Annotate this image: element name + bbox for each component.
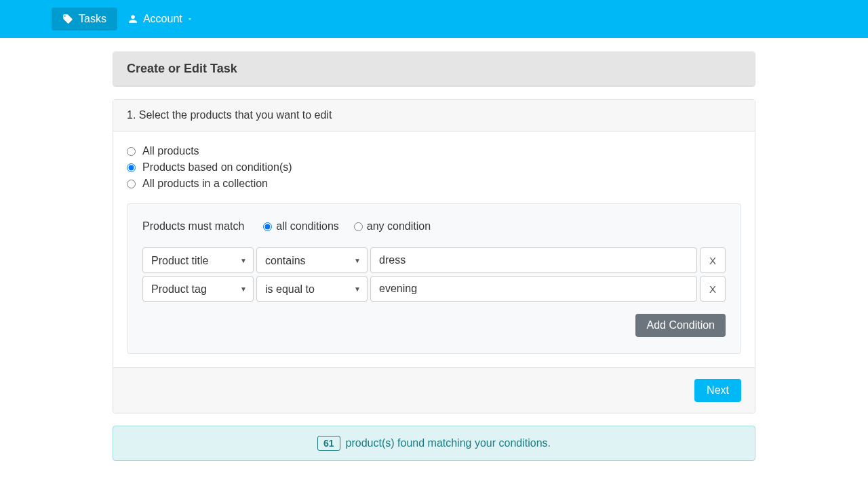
radio-any-condition-input[interactable] [354,222,363,231]
results-text: product(s) found matching your condition… [346,437,551,449]
operator-select-wrap: is equal to ▼ [256,276,368,302]
radio-all-products-input[interactable] [127,147,136,156]
main-container: Create or Edit Task 1. Select the produc… [113,38,755,474]
tag-icon [62,14,73,24]
radio-conditions-input[interactable] [127,163,136,172]
radio-collection-input[interactable] [127,180,136,188]
condition-row: Product tag ▼ is equal to ▼ X [142,276,726,302]
step-title: 1. Select the products that you want to … [113,100,755,131]
field-select[interactable]: Product tag [142,276,254,302]
operator-select[interactable]: is equal to [256,276,368,302]
user-icon [128,14,138,24]
radio-conditions-label: Products based on condition(s) [142,161,292,174]
results-alert: 61 product(s) found matching your condit… [113,426,755,461]
field-select[interactable]: Product title [142,247,254,273]
operator-select[interactable]: contains [256,247,368,273]
value-input[interactable] [370,247,697,273]
chevron-down-icon [186,16,193,22]
radio-collection[interactable]: All products in a collection [127,178,741,190]
remove-condition-button[interactable]: X [700,276,726,302]
field-select-wrap: Product title ▼ [142,247,254,273]
add-condition-row: Add Condition [142,314,726,337]
operator-select-wrap: contains ▼ [256,247,368,273]
radio-all-products-label: All products [142,145,199,157]
add-condition-button[interactable]: Add Condition [635,314,726,337]
value-input[interactable] [370,276,697,302]
radio-any-condition[interactable]: any condition [354,220,431,232]
title-card: Create or Edit Task [113,52,755,87]
step-body: All products Products based on condition… [113,131,755,367]
radio-all-products[interactable]: All products [127,145,741,157]
field-select-wrap: Product tag ▼ [142,276,254,302]
radio-collection-label: All products in a collection [142,178,268,190]
step-card: 1. Select the products that you want to … [113,99,755,413]
conditions-box: Products must match all conditions any c… [127,203,741,354]
match-label: Products must match [142,220,244,232]
remove-condition-button[interactable]: X [700,247,726,273]
radio-any-condition-label: any condition [367,220,431,232]
radio-conditions[interactable]: Products based on condition(s) [127,161,741,174]
card-title: Create or Edit Task [113,52,755,86]
nav-tasks-label: Tasks [79,13,106,25]
radio-all-conditions[interactable]: all conditions [263,220,339,232]
results-count-badge: 61 [317,436,340,451]
nav-account-label: Account [143,13,182,25]
step-footer: Next [113,367,755,413]
radio-all-conditions-label: all conditions [276,220,339,232]
navbar: Tasks Account [0,0,868,38]
match-row: Products must match all conditions any c… [142,220,726,232]
radio-all-conditions-input[interactable] [263,222,272,231]
next-button[interactable]: Next [694,379,741,402]
nav-tasks[interactable]: Tasks [52,7,117,30]
nav-account[interactable]: Account [117,7,204,30]
condition-row: Product title ▼ contains ▼ X [142,247,726,273]
